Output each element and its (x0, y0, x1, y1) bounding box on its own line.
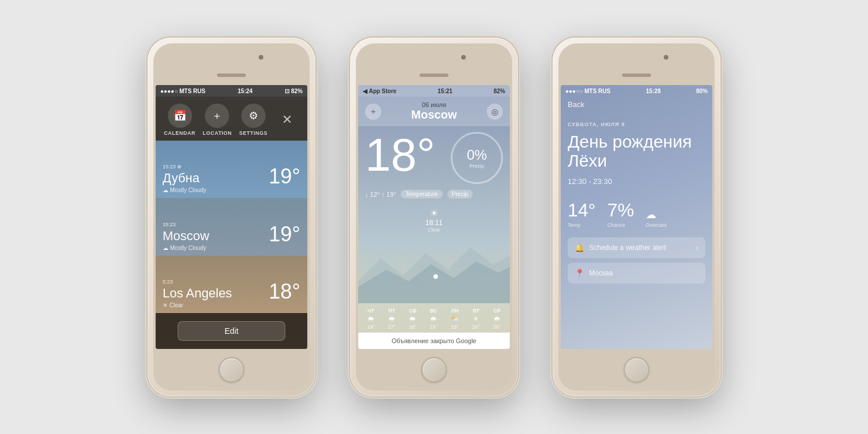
pin-icon: 📍 (575, 269, 584, 278)
forecast-day-5: ВТ ☀ 26° (472, 308, 480, 330)
location-icon: ＋ (205, 104, 229, 128)
edit-button[interactable]: Edit (178, 321, 285, 341)
overcast-icon: ☁ (646, 208, 656, 221)
back-label[interactable]: Back (568, 100, 584, 109)
weather-row-dubno[interactable]: 15:23 ⊕ Дубна ☁ Mostly Cloudy 19° (156, 141, 307, 198)
la-temp: 18° (269, 279, 300, 304)
settings-label: SETTINGS (239, 130, 267, 136)
main-temperature: 18° (365, 132, 435, 178)
event-actions: 🔔 Schedule a weather alert › 📍 Москва (561, 233, 712, 288)
sun-icon: ☀ (425, 208, 443, 219)
weather-chance-item: 7% Chance (607, 200, 634, 228)
forecast-day-4: ЛН ⛅ 23° (451, 308, 459, 330)
toolbar-settings[interactable]: ⚙ SETTINGS (239, 104, 267, 136)
temp-range-text: ↓ 12° ↑ 19° (365, 191, 396, 198)
event-chance-label: Chance (607, 222, 625, 228)
phone1-carrier: ●●●●○ MTS RUS (160, 88, 205, 94)
weather-row-moscow[interactable]: 15:23 Moscow ☁ Mostly Cloudy 19° (156, 198, 307, 255)
home-button-2[interactable] (421, 357, 447, 382)
weather-overcast-item: ☁ Overcast (646, 208, 667, 228)
location-action[interactable]: 📍 Москва (568, 263, 705, 284)
date-text: 06 июля (411, 101, 457, 108)
overcast-label: Overcast (646, 222, 667, 228)
ad-text: Объявление закрыто Google (392, 337, 476, 344)
event-date-label: СУББОТА, ИЮЛЯ 8 (561, 112, 712, 130)
edit-bar: Edit (156, 313, 307, 349)
event-temp-label: Temp (568, 222, 580, 228)
phone-camera (259, 55, 263, 60)
phone-2-screen: ◀ App Store 15:21 82% ＋ 06 июля Moscow ◎ (358, 85, 510, 349)
bell-icon: 🔔 (575, 243, 584, 252)
sun-info: ☀ 18:11 Clear (425, 208, 443, 233)
home-button-3[interactable] (624, 357, 649, 382)
forecast-day-3: ВС 🌧 19° (429, 308, 437, 330)
phone1-time: 15:24 (238, 88, 253, 94)
toolbar-calendar[interactable]: 📅 CALENDAR (164, 104, 196, 136)
weather-temp-item: 14° Temp (568, 200, 595, 228)
target-button[interactable]: ◎ (487, 104, 503, 120)
weather-row-la[interactable]: 5:23 Los Angeles ☀ Clear 18° (156, 256, 307, 313)
mountain-svg (358, 236, 510, 303)
forecast-bar: ЧТ 🌧 19° ПТ 🌧 17° СБ 🌧 16° (358, 303, 510, 332)
forecast-day-1: ПТ 🌧 17° (388, 308, 396, 330)
moscow-temp: 19° (269, 222, 300, 247)
phone-camera-3 (664, 55, 668, 60)
action-left-alert: 🔔 Schedule a weather alert (575, 243, 666, 252)
forecast-day-0: ЧТ 🌧 19° (367, 308, 375, 330)
phone2-nav: ＋ 06 июля Moscow ◎ (358, 97, 510, 126)
precip-label: Precip (469, 163, 484, 169)
phone-speaker-2 (420, 73, 448, 77)
event-time: 12:30 - 23:30 (561, 175, 712, 193)
phone-1: ●●●●○ MTS RUS 15:24 ⊡ 82% 📅 CALENDAR ＋ L… (148, 38, 315, 396)
phone3-status-bar: ●●●○○ MTS RUS 15:28 80% (561, 85, 712, 97)
close-button[interactable]: ✕ (275, 108, 299, 132)
event-title: День рождения Лёхи (561, 130, 712, 175)
calendar-label: CALENDAR (164, 130, 196, 136)
phone2-main-weather: 18° 0% Precip (358, 126, 510, 190)
phone1-battery: ⊡ 82% (285, 88, 303, 94)
schedule-alert-text: Schedule a weather alert (589, 244, 666, 252)
phone1-toolbar: 📅 CALENDAR ＋ LOCATION ⚙ SETTINGS ✕ (156, 97, 307, 141)
phone1-status-bar: ●●●●○ MTS RUS 15:24 ⊡ 82% (156, 85, 307, 97)
precip-circle: 0% Precip (451, 132, 503, 184)
precip-tag[interactable]: Precip (447, 190, 473, 198)
precip-value: 0% (467, 147, 487, 163)
forecast-day-2: СБ 🌧 16° (409, 308, 417, 330)
calendar-icon: 📅 (168, 104, 192, 128)
landscape-area: ☀ 18:11 Clear (358, 202, 510, 303)
phone-1-screen: ●●●●○ MTS RUS 15:24 ⊡ 82% 📅 CALENDAR ＋ L… (156, 85, 307, 349)
settings-icon: ⚙ (241, 104, 266, 128)
back-nav[interactable]: Back (561, 97, 712, 112)
phone-speaker (217, 73, 246, 77)
city-date-header: 06 июля Moscow (411, 101, 457, 122)
location-label: LOCATION (203, 130, 231, 136)
phone2-battery: 82% (494, 88, 505, 94)
phone2-back[interactable]: ◀ App Store (363, 88, 396, 94)
add-city-button[interactable]: ＋ (365, 104, 381, 120)
phone3-time: 15:28 (646, 88, 661, 94)
toolbar-location[interactable]: ＋ LOCATION (203, 104, 231, 136)
phone3-carrier: ●●●○○ MTS RUS (565, 88, 610, 94)
phone2-time: 15:21 (437, 88, 453, 94)
event-chance-value: 7% (607, 200, 634, 221)
action-left-location: 📍 Москва (575, 269, 613, 278)
phone3-battery: 80% (696, 88, 708, 94)
dubno-temp: 19° (269, 164, 300, 189)
chevron-right-icon: › (696, 243, 698, 252)
city-name: Moscow (411, 108, 457, 122)
event-weather-row: 14° Temp 7% Chance ☁ Overcast (561, 193, 712, 233)
forecast-day-6: СР 🌧 26° (493, 308, 501, 330)
phone-3-screen: ●●●○○ MTS RUS 15:28 80% Back СУББОТА, ИЮ… (561, 85, 712, 349)
phone2-status-bar: ◀ App Store 15:21 82% (358, 85, 510, 97)
phone-2: ◀ App Store 15:21 82% ＋ 06 июля Moscow ◎ (350, 38, 518, 396)
event-temp-value: 14° (568, 200, 595, 221)
temp-range-row: ↓ 12° ↑ 19° Temperature Precip (358, 190, 510, 202)
ad-bar: Объявление закрыто Google (358, 332, 510, 349)
phone-camera-2 (461, 55, 466, 60)
schedule-alert-action[interactable]: 🔔 Schedule a weather alert › (568, 237, 705, 258)
phone-3: ●●●○○ MTS RUS 15:28 80% Back СУББОТА, ИЮ… (553, 38, 720, 396)
sun-label: Clear (425, 227, 443, 233)
location-text: Москва (589, 269, 613, 277)
home-button[interactable] (219, 357, 244, 382)
temperature-tag[interactable]: Temperature (400, 190, 442, 198)
